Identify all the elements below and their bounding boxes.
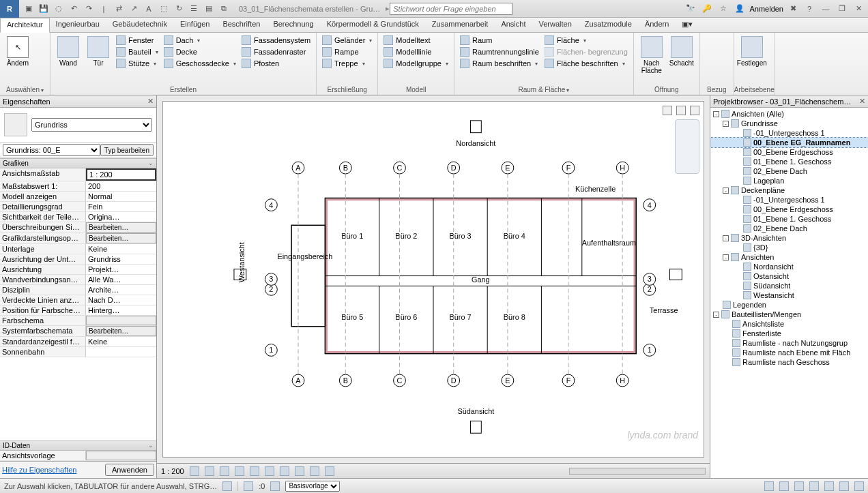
- property-row[interactable]: Sonnenbahn: [0, 347, 156, 357]
- tree-node[interactable]: Nordansicht: [710, 262, 868, 271]
- tab-expand-icon[interactable]: ▣▾: [676, 18, 699, 32]
- fassadenraster-button[interactable]: Fassadenraster: [240, 46, 312, 57]
- nach-flaeche-button[interactable]: Nach Fläche: [637, 35, 667, 76]
- property-row[interactable]: SystemfarbschemataBearbeiten…: [0, 326, 156, 337]
- property-value[interactable]: Keine: [86, 244, 156, 254]
- vb-icon[interactable]: [220, 466, 229, 476]
- close-hidden-icon[interactable]: ▤: [202, 2, 216, 16]
- help-icon[interactable]: ?: [802, 2, 816, 16]
- decke-button[interactable]: Decke: [162, 46, 237, 57]
- tree-node[interactable]: Ansichtsliste: [710, 319, 868, 329]
- bauteil-button[interactable]: Bauteil: [115, 46, 160, 57]
- tab-berechnung[interactable]: Berechnung: [267, 18, 320, 32]
- property-row[interactable]: Standardanzeigestil f…Keine: [0, 337, 156, 347]
- tree-node[interactable]: Fensterliste: [710, 329, 868, 338]
- property-value[interactable]: Keine: [86, 337, 156, 346]
- properties-help-link[interactable]: Hilfe zu Eigenschaften: [2, 466, 76, 474]
- vb-icon[interactable]: [265, 466, 274, 476]
- property-row[interactable]: DisziplinArchite…: [0, 285, 156, 295]
- switch-icon[interactable]: ☰: [187, 2, 201, 16]
- close-icon[interactable]: ✕: [852, 2, 865, 16]
- tab-architektur[interactable]: Architektur: [0, 18, 50, 33]
- tree-node[interactable]: -01_Untergeschoss 1: [710, 128, 868, 138]
- tab-aendern[interactable]: Ändern: [639, 18, 676, 32]
- property-row[interactable]: AusrichtungProjekt…: [0, 265, 156, 275]
- restore-icon[interactable]: ❐: [835, 2, 849, 16]
- sb-icon[interactable]: [824, 481, 834, 491]
- tab-koerpermodell[interactable]: Körpermodell & Grundstück: [321, 18, 426, 32]
- property-value[interactable]: 200: [86, 181, 156, 191]
- property-row[interactable]: UnterlageKeine: [0, 244, 156, 254]
- flaeche-button[interactable]: Fläche: [543, 35, 629, 46]
- property-value[interactable]: Archite…: [86, 285, 156, 295]
- tab-einfuegen[interactable]: Einfügen: [174, 18, 216, 32]
- sb-icon[interactable]: [809, 481, 819, 491]
- modelllinie-button[interactable]: Modelllinie: [382, 46, 450, 57]
- sb-icon[interactable]: [779, 481, 789, 491]
- property-row[interactable]: Ansichtsvorlage: [0, 451, 156, 461]
- tree-node[interactable]: 00_Ebene Erdgeschoss: [710, 147, 868, 157]
- tree-node[interactable]: -Deckenpläne: [710, 185, 868, 195]
- property-value[interactable]: 1 : 200: [86, 168, 156, 181]
- tree-node[interactable]: 01_Ebene 1. Geschoss: [710, 157, 868, 166]
- tree-node[interactable]: Lageplan: [710, 176, 868, 185]
- tab-zusammenarbeit[interactable]: Zusammenarbeit: [426, 18, 495, 32]
- property-row[interactable]: Ansichtsmaßstab1 : 200: [0, 168, 156, 181]
- sb-icon[interactable]: [222, 481, 232, 491]
- measure-icon[interactable]: ⇄: [112, 2, 126, 16]
- tree-node[interactable]: {3D}: [710, 243, 868, 252]
- property-value[interactable]: [86, 451, 156, 460]
- 3d-icon[interactable]: ⬚: [157, 2, 171, 16]
- minimize-icon[interactable]: —: [819, 2, 833, 16]
- property-value[interactable]: Bearbeiten…: [86, 222, 156, 233]
- property-value[interactable]: Grundriss: [86, 254, 156, 264]
- property-value[interactable]: Fein: [86, 202, 156, 211]
- tree-node[interactable]: 02_Ebene Dach: [710, 166, 868, 176]
- tree-node[interactable]: Südansicht: [710, 281, 868, 290]
- sb-icon[interactable]: [854, 481, 864, 491]
- schacht-button[interactable]: Schacht: [667, 35, 697, 68]
- view-scrollbar[interactable]: [569, 468, 706, 475]
- group-raum-flaeche[interactable]: Raum & Fläche: [454, 85, 633, 95]
- browser-close-icon[interactable]: ✕: [859, 97, 865, 106]
- key-icon[interactable]: 🔑: [700, 2, 714, 16]
- template-select[interactable]: Basisvorlage: [285, 481, 340, 492]
- apply-button[interactable]: Anwenden: [105, 464, 154, 476]
- property-row[interactable]: Wandverbindungsan…Alle Wa…: [0, 275, 156, 285]
- tuer-button[interactable]: Tür: [83, 35, 113, 68]
- property-value[interactable]: Bearbeiten…: [86, 233, 156, 243]
- text-icon[interactable]: A: [142, 2, 156, 16]
- vb-icon[interactable]: [295, 466, 304, 476]
- property-row[interactable]: Maßstabswert 1:200: [0, 181, 156, 192]
- property-value[interactable]: Normal: [86, 192, 156, 201]
- property-row[interactable]: Modell anzeigenNormal: [0, 192, 156, 202]
- modelltext-button[interactable]: Modelltext: [382, 35, 450, 46]
- property-row[interactable]: Verdeckte Linien anz…Nach D…: [0, 295, 156, 305]
- wand-button[interactable]: Wand: [53, 35, 83, 68]
- raumtrennung-button[interactable]: Raumtrennungslinie: [459, 46, 540, 57]
- festlegen-button[interactable]: Festlegen: [737, 35, 767, 68]
- raum-button[interactable]: Raum: [459, 35, 540, 46]
- view-scale[interactable]: 1 : 200: [161, 467, 184, 475]
- property-row[interactable]: Position für Farbsche…Hinterg…: [0, 305, 156, 316]
- section-icon[interactable]: ↻: [172, 2, 186, 16]
- property-value[interactable]: [86, 347, 156, 357]
- tree-node[interactable]: 00_Ebene Erdgeschoss: [710, 205, 868, 214]
- binoculars-icon[interactable]: 🔭: [684, 2, 697, 16]
- sb-icon[interactable]: [764, 481, 774, 491]
- tab-ansicht[interactable]: Ansicht: [495, 18, 532, 32]
- edit-type-button[interactable]: Typ bearbeiten: [100, 144, 154, 156]
- fassadensystem-button[interactable]: Fassadensystem: [240, 35, 312, 46]
- type-selector[interactable]: Grundriss: [31, 118, 152, 132]
- sb-icon[interactable]: [244, 481, 253, 491]
- group-iddaten[interactable]: ID-Daten: [0, 440, 156, 451]
- property-value[interactable]: Projekt…: [86, 265, 156, 274]
- tree-node[interactable]: -Ansichten: [710, 252, 868, 262]
- open-icon[interactable]: ▣: [22, 2, 35, 16]
- instance-selector[interactable]: Grundriss: 00_E: [3, 144, 100, 156]
- view-min-icon[interactable]: [663, 106, 672, 115]
- tab-zusatzmodule[interactable]: Zusatzmodule: [579, 18, 639, 32]
- flaechenbegrenzung-button[interactable]: Flächen- begrenzung: [543, 46, 629, 57]
- tab-beschriften[interactable]: Beschriften: [216, 18, 267, 32]
- properties-close-icon[interactable]: ✕: [147, 97, 154, 106]
